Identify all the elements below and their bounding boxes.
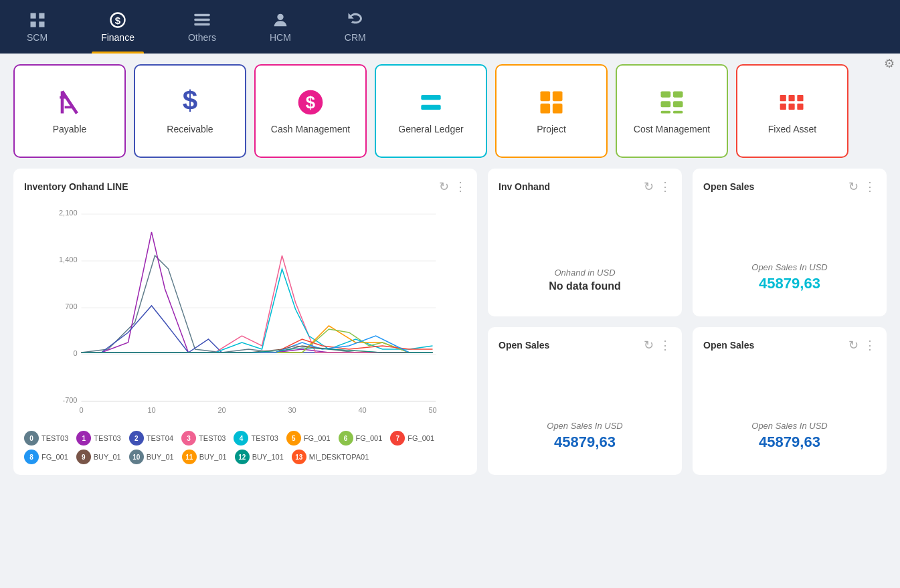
open-sales-3-header: Open Sales ↻ ⋮ bbox=[703, 338, 876, 353]
svg-text:$: $ bbox=[306, 93, 315, 112]
svg-rect-21 bbox=[541, 104, 551, 114]
inv-onhand-widget: Inv Onhand ↻ ⋮ Onhand in USD No data fou… bbox=[488, 169, 682, 316]
legend-item: 11BUY_01 bbox=[182, 450, 227, 464]
modules-row: Payable $ Receivable $ Cash Management G… bbox=[0, 54, 900, 169]
inventory-onhand-chart-card: Inventory Onhand LINE ↻ ⋮ 2,100 1,400 70… bbox=[13, 169, 477, 475]
inv-onhand-value: No data found bbox=[549, 280, 621, 292]
svg-rect-19 bbox=[541, 92, 551, 102]
svg-rect-30 bbox=[789, 95, 795, 101]
svg-rect-33 bbox=[789, 104, 795, 110]
svg-rect-32 bbox=[780, 104, 786, 110]
svg-rect-27 bbox=[661, 111, 671, 114]
os3-more-icon[interactable]: ⋮ bbox=[864, 338, 876, 353]
svg-rect-34 bbox=[797, 104, 803, 110]
svg-text:20: 20 bbox=[217, 406, 226, 414]
top-navigation: SCM $ Finance Others HCM CRM bbox=[0, 0, 900, 54]
open-sales-3-label: Open Sales In USD bbox=[751, 421, 827, 431]
open-sales-1-title: Open Sales bbox=[703, 181, 754, 192]
open-sales-2-widget: Open Sales ↻ ⋮ Open Sales In USD 45879,6… bbox=[488, 327, 682, 475]
line-chart-svg: 2,100 1,400 700 0 -700 0 10 20 30 40 50 bbox=[24, 202, 466, 423]
svg-rect-6 bbox=[194, 14, 209, 17]
svg-rect-20 bbox=[553, 92, 563, 102]
svg-rect-18 bbox=[421, 105, 440, 110]
inv-refresh-icon[interactable]: ↻ bbox=[644, 179, 654, 194]
open-sales-1-header: Open Sales ↻ ⋮ bbox=[703, 179, 876, 194]
open-sales-1-widget: Open Sales ↻ ⋮ Open Sales In USD 45879,6… bbox=[693, 169, 887, 316]
os3-refresh-icon[interactable]: ↻ bbox=[848, 338, 859, 353]
legend-item: 9BUY_01 bbox=[76, 450, 121, 464]
svg-text:1,400: 1,400 bbox=[59, 256, 78, 264]
legend-item: 1TEST03 bbox=[76, 431, 120, 446]
nav-item-others[interactable]: Others bbox=[161, 0, 243, 54]
svg-text:-700: -700 bbox=[62, 396, 77, 404]
svg-text:0: 0 bbox=[79, 406, 83, 414]
svg-text:$: $ bbox=[183, 88, 197, 116]
open-sales-3-actions: ↻ ⋮ bbox=[848, 338, 876, 353]
svg-rect-25 bbox=[661, 101, 671, 107]
nav-item-crm[interactable]: CRM bbox=[318, 0, 393, 54]
open-sales-1-value: 45879,63 bbox=[759, 275, 820, 292]
nav-item-scm[interactable]: SCM bbox=[0, 0, 74, 54]
module-fixed-asset[interactable]: Fixed Asset bbox=[736, 64, 848, 158]
svg-point-9 bbox=[277, 14, 283, 20]
svg-rect-28 bbox=[673, 111, 683, 114]
open-sales-3-widget: Open Sales ↻ ⋮ Open Sales In USD 45879,6… bbox=[693, 327, 887, 475]
os1-refresh-icon[interactable]: ↻ bbox=[848, 179, 859, 194]
svg-text:30: 30 bbox=[288, 406, 296, 414]
legend-item: 13MI_DESKTOPA01 bbox=[292, 450, 369, 464]
chart-title: Inventory Onhand LINE bbox=[24, 181, 128, 192]
open-sales-2-actions: ↻ ⋮ bbox=[644, 338, 671, 353]
inv-onhand-title: Inv Onhand bbox=[499, 181, 550, 192]
inv-onhand-label: Onhand in USD bbox=[554, 268, 615, 278]
open-sales-1-label: Open Sales In USD bbox=[751, 262, 827, 272]
legend-item: 12BUY_101 bbox=[235, 450, 284, 464]
os2-refresh-icon[interactable]: ↻ bbox=[644, 338, 654, 353]
os1-more-icon[interactable]: ⋮ bbox=[864, 179, 876, 194]
svg-rect-17 bbox=[421, 95, 440, 100]
chart-actions: ↻ ⋮ bbox=[439, 179, 466, 194]
legend-item: 8FG_001 bbox=[24, 450, 68, 464]
svg-rect-31 bbox=[797, 95, 803, 101]
module-cost-management[interactable]: Cost Management bbox=[616, 64, 728, 158]
legend-item: 3TEST03 bbox=[181, 431, 226, 446]
open-sales-2-body: Open Sales In USD 45879,63 bbox=[499, 361, 671, 464]
inv-onhand-actions: ↻ ⋮ bbox=[644, 179, 671, 194]
svg-rect-0 bbox=[30, 13, 35, 19]
inv-more-icon[interactable]: ⋮ bbox=[659, 179, 671, 194]
chart-container: 2,100 1,400 700 0 -700 0 10 20 30 40 50 bbox=[24, 202, 466, 425]
inv-onhand-body: Onhand in USD No data found bbox=[499, 202, 671, 306]
module-receivable[interactable]: $ Receivable bbox=[134, 64, 246, 158]
open-sales-1-actions: ↻ ⋮ bbox=[848, 179, 876, 194]
os2-more-icon[interactable]: ⋮ bbox=[659, 338, 671, 353]
svg-rect-22 bbox=[553, 104, 563, 114]
open-sales-3-value: 45879,63 bbox=[759, 433, 820, 451]
svg-rect-23 bbox=[661, 92, 671, 98]
legend-item: 5FG_001 bbox=[286, 431, 331, 446]
open-sales-2-label: Open Sales In USD bbox=[547, 421, 622, 431]
legend-item: 2TEST04 bbox=[129, 431, 173, 446]
module-project[interactable]: Project bbox=[495, 64, 608, 158]
refresh-icon[interactable]: ↻ bbox=[439, 179, 449, 194]
module-cash-management[interactable]: $ Cash Management bbox=[254, 64, 367, 158]
svg-rect-2 bbox=[30, 21, 35, 27]
svg-text:$: $ bbox=[115, 15, 121, 26]
svg-rect-3 bbox=[39, 21, 44, 27]
module-general-ledger[interactable]: General Ledger bbox=[375, 64, 487, 158]
open-sales-3-title: Open Sales bbox=[703, 340, 754, 351]
svg-rect-29 bbox=[780, 95, 786, 101]
more-options-icon[interactable]: ⋮ bbox=[454, 179, 466, 194]
open-sales-2-title: Open Sales bbox=[499, 340, 549, 351]
svg-rect-26 bbox=[673, 101, 683, 107]
svg-text:10: 10 bbox=[147, 406, 155, 414]
svg-line-11 bbox=[62, 92, 77, 114]
nav-item-finance[interactable]: $ Finance bbox=[74, 0, 161, 54]
svg-text:2,100: 2,100 bbox=[59, 209, 78, 217]
legend-item: 10BUY_01 bbox=[129, 450, 174, 464]
svg-rect-7 bbox=[194, 19, 209, 21]
chart-legend: 0TEST031TEST032TEST043TEST034TEST035FG_0… bbox=[24, 431, 466, 464]
module-payable[interactable]: Payable bbox=[13, 64, 126, 158]
legend-item: 7FG_001 bbox=[390, 431, 434, 446]
nav-item-hcm[interactable]: HCM bbox=[243, 0, 318, 54]
legend-item: 0TEST03 bbox=[24, 431, 68, 446]
settings-icon[interactable]: ⚙ bbox=[884, 56, 895, 71]
